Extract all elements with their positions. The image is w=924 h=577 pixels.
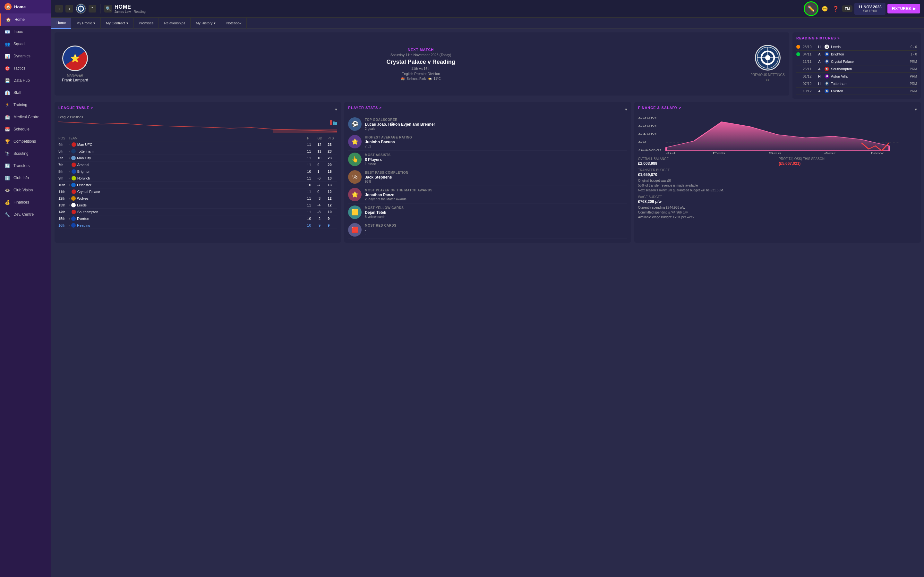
- tab-home[interactable]: Home: [51, 17, 71, 29]
- stat-category: MOST RED CARDS: [365, 224, 462, 227]
- row-team: ↑ Everton: [69, 216, 306, 221]
- sidebar-item-home[interactable]: 🏠 Home: [0, 13, 51, 26]
- back-button[interactable]: ‹: [55, 5, 63, 13]
- row-pos: 15th: [58, 217, 68, 221]
- sidebar-item-data-hub[interactable]: 💾 Data Hub: [0, 74, 51, 87]
- search-button[interactable]: 🔍: [104, 5, 112, 13]
- match-title: Crystal Palace v Reading: [91, 59, 462, 65]
- stat-info: BEST PASS COMPLETION Jack Stephens 95%: [365, 171, 462, 183]
- league-table-collapse-button[interactable]: ▾: [335, 107, 337, 112]
- stat-info: MOST PLAYER OF THE MATCH AWARDS Jonathan…: [365, 189, 462, 201]
- next-match-section: ⭐ MANAGER Frank Lampard NEXT MATCH Satur…: [55, 32, 462, 95]
- row-gd: -3: [317, 197, 327, 200]
- row-team: ~ Brighton: [69, 169, 306, 174]
- sidebar-item-medical[interactable]: 🏥 Medical Centre: [0, 111, 51, 123]
- manager-label: MANAGER: [62, 74, 88, 77]
- row-team: ↓ Tottenham: [69, 149, 306, 153]
- sidebar-item-club-vision[interactable]: 👁️ Club Vision: [0, 184, 51, 196]
- stat-icon: 🟥: [348, 223, 362, 237]
- row-p: 11: [307, 143, 317, 147]
- table-row: 7th ~ Arsenal 11 9 20: [58, 161, 337, 168]
- medical-icon: 🏥: [5, 114, 10, 120]
- team-badge: [71, 169, 76, 174]
- sidebar-item-competitions[interactable]: 🏆 Competitions: [0, 135, 51, 147]
- sidebar-item-finances[interactable]: 💰 Finances: [0, 196, 51, 208]
- tab-my-contract-label: My Contract: [106, 21, 125, 25]
- tab-promises[interactable]: Promises: [134, 17, 159, 29]
- team-name: Southampton: [78, 210, 98, 214]
- stat-icon: ⚽: [348, 117, 362, 131]
- trend-icon: ↑: [69, 218, 70, 220]
- sidebar-item-tactics[interactable]: 🎯 Tactics: [0, 62, 51, 74]
- home-nav-icon: 🏠: [5, 17, 11, 23]
- player-stat-row: 🟨 MOST YELLOW CARDS Dejan Tetek 6 yellow…: [348, 203, 462, 221]
- sidebar-item-schedule[interactable]: 📅 Schedule: [0, 123, 51, 135]
- sidebar-item-inbox[interactable]: 📧 Inbox: [0, 26, 51, 38]
- sidebar-label-scouting: Scouting: [13, 151, 29, 156]
- sidebar-item-training[interactable]: 🏃 Training: [0, 99, 51, 111]
- tab-my-profile[interactable]: My Profile ▾: [71, 17, 101, 29]
- sidebar-item-dynamics[interactable]: 📊 Dynamics: [0, 50, 51, 62]
- trend-icon: ~: [69, 170, 70, 173]
- trend-icon: ~: [69, 163, 70, 166]
- stat-info: HIGHEST AVERAGE RATING Juninho Bacuna 7.…: [365, 135, 462, 148]
- forward-button[interactable]: ›: [65, 5, 73, 13]
- tab-notebook[interactable]: Notebook: [221, 17, 247, 29]
- stat-info: TOP GOALSCORER Lucas João, Håkon Evjen a…: [365, 118, 462, 131]
- row-team: ↑ Wolves: [69, 196, 306, 201]
- row-p: 11: [307, 190, 317, 193]
- stat-category: MOST ASSISTS: [365, 153, 462, 157]
- sidebar-label-finances: Finances: [13, 200, 29, 205]
- next-match-label: NEXT MATCH: [91, 48, 462, 52]
- row-pts: 20: [328, 163, 337, 167]
- dev-centre-icon: 🔧: [5, 211, 10, 218]
- sidebar-item-squad[interactable]: 👥 Squad: [0, 38, 51, 50]
- stat-info: MOST YELLOW CARDS Dejan Tetek 6 yellow c…: [365, 206, 462, 219]
- main-content: ⭐ MANAGER Frank Lampard NEXT MATCH Satur…: [51, 29, 462, 288]
- sidebar-item-club-info[interactable]: ℹ️ Club Info: [0, 172, 51, 184]
- row-pos: 7th: [58, 163, 68, 167]
- team-name: Brighton: [78, 169, 90, 173]
- stat-info: MOST RED CARDS - -: [365, 224, 462, 236]
- venue-name: Selhurst Park: [407, 77, 426, 81]
- row-pts: 9: [328, 217, 337, 221]
- team-badge: [71, 149, 76, 153]
- table-row: 10th ↑ Leicester 10 -7 13: [58, 182, 337, 189]
- page-title: HOME: [115, 4, 462, 10]
- team-badge: [71, 176, 76, 181]
- team-name: Tottenham: [77, 149, 94, 153]
- page-subtitle: James Law - Reading: [115, 10, 462, 13]
- tab-my-history-label: My History: [196, 21, 212, 25]
- tab-dropdown-icon: ▾: [94, 21, 95, 25]
- player-stats-title[interactable]: PLAYER STATS >: [348, 106, 382, 110]
- club-dropdown-button[interactable]: ⌃: [89, 5, 96, 13]
- finances-icon: 💰: [5, 199, 10, 205]
- sidebar-item-staff[interactable]: 👔 Staff: [0, 87, 51, 99]
- row-pts: 23: [328, 156, 337, 160]
- sidebar-item-transfers[interactable]: 🔄 Transfers: [0, 160, 51, 172]
- league-table-body: 4th ~ Man UFC 11 12 23 5th ↓ Tottenham 1…: [58, 141, 337, 229]
- table-row: 14th ~ Southampton 11 -8 10: [58, 209, 337, 215]
- tab-my-contract[interactable]: My Contract ▾: [101, 17, 134, 29]
- stat-value: 2 goals: [365, 127, 462, 131]
- row-pos: 16th: [58, 223, 68, 227]
- tab-relationships[interactable]: Relationships: [159, 17, 191, 29]
- league-table-title[interactable]: LEAGUE TABLE >: [58, 106, 93, 110]
- tab-my-history[interactable]: My History ▾: [191, 17, 221, 29]
- sidebar-label-training: Training: [13, 103, 27, 107]
- row-team: ~ Arsenal: [69, 163, 306, 167]
- team-badge: [71, 203, 76, 207]
- stat-icon-glyph: ⭐: [351, 191, 359, 198]
- sidebar-logo[interactable]: 🏠 Home: [0, 0, 51, 13]
- sidebar-item-scouting[interactable]: 🔭 Scouting: [0, 147, 51, 160]
- sidebar-item-dev-centre[interactable]: 🔧 Dev. Centre: [0, 208, 51, 221]
- team-name: Reading: [77, 223, 90, 227]
- stat-icon-glyph: 👆: [351, 156, 359, 163]
- squad-icon: 👥: [5, 41, 10, 47]
- stat-value: 95%: [365, 180, 462, 183]
- tab-notebook-label: Notebook: [226, 21, 241, 25]
- row-gd: 9: [317, 163, 327, 167]
- transfers-icon: 🔄: [5, 163, 10, 169]
- team-badge: [71, 163, 76, 167]
- table-row: 4th ~ Man UFC 11 12 23: [58, 141, 337, 148]
